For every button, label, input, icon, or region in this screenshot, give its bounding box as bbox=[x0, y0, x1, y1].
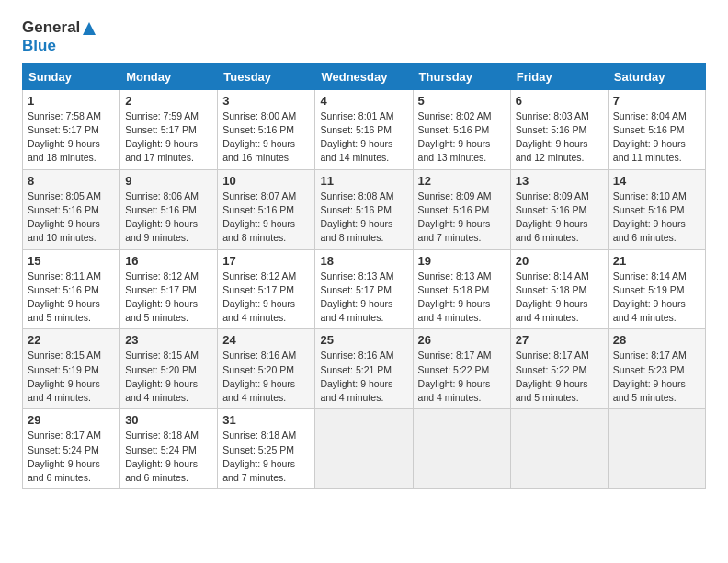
day-info-12: Sunrise: 8:09 AMSunset: 5:16 PMDaylight:… bbox=[418, 190, 506, 246]
header-row: SundayMondayTuesdayWednesdayThursdayFrid… bbox=[23, 63, 706, 89]
day-info-19: Sunrise: 8:13 AMSunset: 5:18 PMDaylight:… bbox=[418, 270, 506, 326]
day-info-3: Sunrise: 8:00 AMSunset: 5:16 PMDaylight:… bbox=[222, 109, 310, 166]
day-cell-14: 14Sunrise: 8:10 AMSunset: 5:16 PMDayligh… bbox=[608, 169, 705, 249]
day-info-27: Sunrise: 8:17 AMSunset: 5:22 PMDaylight:… bbox=[516, 349, 603, 405]
empty-cell bbox=[510, 409, 608, 489]
day-info-15: Sunrise: 8:11 AMSunset: 5:16 PMDaylight:… bbox=[28, 270, 115, 326]
day-info-24: Sunrise: 8:16 AMSunset: 5:20 PMDaylight:… bbox=[222, 349, 310, 405]
calendar-header: SundayMondayTuesdayWednesdayThursdayFrid… bbox=[23, 63, 706, 89]
day-number-10: 10 bbox=[222, 174, 310, 188]
day-number-12: 12 bbox=[418, 174, 506, 188]
day-cell-10: 10Sunrise: 8:07 AMSunset: 5:16 PMDayligh… bbox=[218, 169, 315, 249]
day-info-26: Sunrise: 8:17 AMSunset: 5:22 PMDaylight:… bbox=[418, 349, 506, 405]
day-cell-20: 20Sunrise: 8:14 AMSunset: 5:18 PMDayligh… bbox=[510, 249, 608, 329]
day-cell-28: 28Sunrise: 8:17 AMSunset: 5:23 PMDayligh… bbox=[608, 329, 705, 409]
day-number-29: 29 bbox=[28, 413, 115, 427]
day-number-28: 28 bbox=[613, 333, 700, 347]
day-info-16: Sunrise: 8:12 AMSunset: 5:17 PMDaylight:… bbox=[125, 270, 212, 326]
logo-blue: Blue bbox=[22, 37, 56, 54]
day-cell-29: 29Sunrise: 8:17 AMSunset: 5:24 PMDayligh… bbox=[23, 409, 120, 489]
day-number-17: 17 bbox=[222, 254, 310, 268]
svg-marker-0 bbox=[83, 22, 96, 35]
day-info-28: Sunrise: 8:17 AMSunset: 5:23 PMDaylight:… bbox=[613, 349, 700, 405]
day-cell-3: 3Sunrise: 8:00 AMSunset: 5:16 PMDaylight… bbox=[218, 89, 315, 169]
day-number-7: 7 bbox=[613, 94, 700, 108]
day-cell-6: 6Sunrise: 8:03 AMSunset: 5:16 PMDaylight… bbox=[510, 89, 608, 169]
empty-cell bbox=[413, 409, 510, 489]
week-row-5: 29Sunrise: 8:17 AMSunset: 5:24 PMDayligh… bbox=[23, 409, 706, 489]
day-cell-30: 30Sunrise: 8:18 AMSunset: 5:24 PMDayligh… bbox=[120, 409, 218, 489]
day-info-9: Sunrise: 8:06 AMSunset: 5:16 PMDaylight:… bbox=[125, 190, 212, 246]
logo-triangle-icon bbox=[81, 20, 97, 37]
day-info-22: Sunrise: 8:15 AMSunset: 5:19 PMDaylight:… bbox=[28, 349, 115, 405]
day-cell-26: 26Sunrise: 8:17 AMSunset: 5:22 PMDayligh… bbox=[413, 329, 510, 409]
day-number-31: 31 bbox=[222, 413, 310, 427]
header-wednesday: Wednesday bbox=[315, 63, 413, 89]
day-cell-31: 31Sunrise: 8:18 AMSunset: 5:25 PMDayligh… bbox=[218, 409, 315, 489]
calendar-body: 1Sunrise: 7:58 AMSunset: 5:17 PMDaylight… bbox=[23, 89, 706, 488]
day-cell-13: 13Sunrise: 8:09 AMSunset: 5:16 PMDayligh… bbox=[510, 169, 608, 249]
day-info-13: Sunrise: 8:09 AMSunset: 5:16 PMDaylight:… bbox=[516, 190, 603, 246]
day-cell-24: 24Sunrise: 8:16 AMSunset: 5:20 PMDayligh… bbox=[218, 329, 315, 409]
day-cell-25: 25Sunrise: 8:16 AMSunset: 5:21 PMDayligh… bbox=[315, 329, 413, 409]
empty-cell bbox=[315, 409, 413, 489]
header-monday: Monday bbox=[120, 63, 218, 89]
header: General Blue bbox=[22, 18, 706, 56]
day-number-18: 18 bbox=[320, 254, 407, 268]
day-number-8: 8 bbox=[28, 174, 115, 188]
day-number-25: 25 bbox=[320, 333, 407, 347]
day-cell-7: 7Sunrise: 8:04 AMSunset: 5:16 PMDaylight… bbox=[608, 89, 705, 169]
day-number-13: 13 bbox=[516, 174, 603, 188]
day-number-23: 23 bbox=[125, 333, 212, 347]
day-cell-4: 4Sunrise: 8:01 AMSunset: 5:16 PMDaylight… bbox=[315, 89, 413, 169]
day-number-21: 21 bbox=[613, 254, 700, 268]
logo: General Blue bbox=[22, 18, 98, 56]
day-info-20: Sunrise: 8:14 AMSunset: 5:18 PMDaylight:… bbox=[516, 270, 603, 326]
day-info-10: Sunrise: 8:07 AMSunset: 5:16 PMDaylight:… bbox=[222, 190, 310, 246]
day-cell-8: 8Sunrise: 8:05 AMSunset: 5:16 PMDaylight… bbox=[23, 169, 120, 249]
day-number-3: 3 bbox=[222, 94, 310, 108]
calendar-table: SundayMondayTuesdayWednesdayThursdayFrid… bbox=[22, 63, 706, 489]
header-friday: Friday bbox=[510, 63, 608, 89]
day-info-21: Sunrise: 8:14 AMSunset: 5:19 PMDaylight:… bbox=[613, 270, 700, 326]
header-thursday: Thursday bbox=[413, 63, 510, 89]
day-info-29: Sunrise: 8:17 AMSunset: 5:24 PMDaylight:… bbox=[28, 429, 115, 485]
day-number-6: 6 bbox=[516, 94, 603, 108]
day-cell-21: 21Sunrise: 8:14 AMSunset: 5:19 PMDayligh… bbox=[608, 249, 705, 329]
day-cell-5: 5Sunrise: 8:02 AMSunset: 5:16 PMDaylight… bbox=[413, 89, 510, 169]
day-info-7: Sunrise: 8:04 AMSunset: 5:16 PMDaylight:… bbox=[613, 109, 700, 166]
day-info-8: Sunrise: 8:05 AMSunset: 5:16 PMDaylight:… bbox=[28, 190, 115, 246]
day-number-5: 5 bbox=[418, 94, 506, 108]
day-info-23: Sunrise: 8:15 AMSunset: 5:20 PMDaylight:… bbox=[125, 349, 212, 405]
day-cell-9: 9Sunrise: 8:06 AMSunset: 5:16 PMDaylight… bbox=[120, 169, 218, 249]
day-number-20: 20 bbox=[516, 254, 603, 268]
day-cell-17: 17Sunrise: 8:12 AMSunset: 5:17 PMDayligh… bbox=[218, 249, 315, 329]
day-cell-18: 18Sunrise: 8:13 AMSunset: 5:17 PMDayligh… bbox=[315, 249, 413, 329]
day-info-30: Sunrise: 8:18 AMSunset: 5:24 PMDaylight:… bbox=[125, 429, 212, 485]
day-number-1: 1 bbox=[28, 94, 115, 108]
day-info-1: Sunrise: 7:58 AMSunset: 5:17 PMDaylight:… bbox=[28, 109, 115, 166]
day-info-18: Sunrise: 8:13 AMSunset: 5:17 PMDaylight:… bbox=[320, 270, 407, 326]
logo-general: General bbox=[22, 18, 80, 36]
week-row-2: 8Sunrise: 8:05 AMSunset: 5:16 PMDaylight… bbox=[23, 169, 706, 249]
day-number-11: 11 bbox=[320, 174, 407, 188]
day-cell-23: 23Sunrise: 8:15 AMSunset: 5:20 PMDayligh… bbox=[120, 329, 218, 409]
day-cell-22: 22Sunrise: 8:15 AMSunset: 5:19 PMDayligh… bbox=[23, 329, 120, 409]
day-number-9: 9 bbox=[125, 174, 212, 188]
day-number-2: 2 bbox=[125, 94, 212, 108]
day-info-31: Sunrise: 8:18 AMSunset: 5:25 PMDaylight:… bbox=[222, 429, 310, 485]
day-cell-15: 15Sunrise: 8:11 AMSunset: 5:16 PMDayligh… bbox=[23, 249, 120, 329]
day-cell-19: 19Sunrise: 8:13 AMSunset: 5:18 PMDayligh… bbox=[413, 249, 510, 329]
header-saturday: Saturday bbox=[608, 63, 705, 89]
day-info-17: Sunrise: 8:12 AMSunset: 5:17 PMDaylight:… bbox=[222, 270, 310, 326]
week-row-4: 22Sunrise: 8:15 AMSunset: 5:19 PMDayligh… bbox=[23, 329, 706, 409]
day-number-27: 27 bbox=[516, 333, 603, 347]
header-tuesday: Tuesday bbox=[218, 63, 315, 89]
day-cell-27: 27Sunrise: 8:17 AMSunset: 5:22 PMDayligh… bbox=[510, 329, 608, 409]
empty-cell bbox=[608, 409, 705, 489]
day-info-6: Sunrise: 8:03 AMSunset: 5:16 PMDaylight:… bbox=[516, 109, 603, 166]
day-number-19: 19 bbox=[418, 254, 506, 268]
day-info-2: Sunrise: 7:59 AMSunset: 5:17 PMDaylight:… bbox=[125, 109, 212, 166]
day-cell-2: 2Sunrise: 7:59 AMSunset: 5:17 PMDaylight… bbox=[120, 89, 218, 169]
day-number-16: 16 bbox=[125, 254, 212, 268]
